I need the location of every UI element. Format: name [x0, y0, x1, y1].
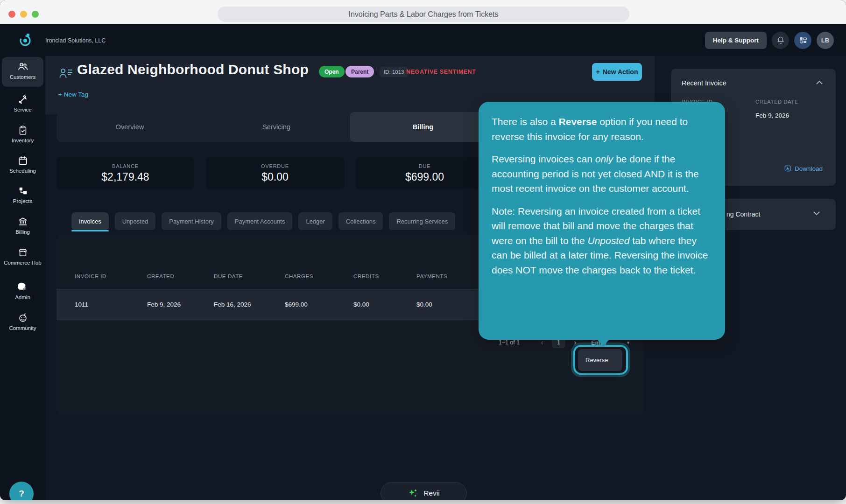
cell-credits: $0.00: [353, 301, 369, 308]
window-title: Invoicing Parts & Labor Charges from Tic…: [218, 7, 629, 22]
tooltip-arrow: [597, 339, 610, 346]
new-action-button[interactable]: + New Action: [592, 63, 642, 81]
sidebar-item-commerce-hub[interactable]: Commerce Hub: [2, 243, 43, 280]
sidebar-item-projects[interactable]: Projects: [2, 181, 43, 210]
balance-card: BALANCE $2,179.48: [56, 157, 194, 189]
cell-charges: $699.00: [285, 301, 308, 308]
sidebar-item-scheduling[interactable]: Scheduling: [2, 151, 43, 180]
walkthrough-tooltip: There is also a Reverse option if you ne…: [479, 102, 725, 340]
sidebar-item-label: Projects: [13, 198, 33, 204]
sidebar-item-label: Scheduling: [9, 168, 36, 174]
tab-servicing[interactable]: Servicing: [203, 112, 350, 142]
subtab-invoices[interactable]: Invoices: [71, 212, 109, 230]
sidebar-item-label: Customers: [10, 74, 36, 80]
billing-subtabs: Invoices Unposted Payment History Paymen…: [71, 212, 455, 230]
col-credits: CREDITS: [353, 273, 379, 279]
subtab-payment-history[interactable]: Payment History: [162, 212, 221, 230]
col-created: CREATED: [147, 273, 174, 279]
customer-contact-icon: [59, 67, 73, 79]
apps-menu-button[interactable]: [794, 32, 811, 49]
sentiment-label: NEGATIVE SENTIMENT: [406, 69, 476, 75]
cell-invoice-id[interactable]: 1011: [75, 301, 88, 308]
due-card: DUE $699.00: [356, 157, 494, 189]
sparkles-icon: [408, 488, 419, 499]
app-window: Invoicing Parts & Labor Charges from Tic…: [0, 0, 846, 500]
sidebar-item-billing[interactable]: Billing: [2, 212, 43, 241]
sidebar-item-label: Admin: [15, 294, 30, 300]
recent-invoice-title: Recent Invoice: [682, 79, 726, 87]
top-nav: Ironclad Solutions, LLC Help & Support L…: [0, 24, 846, 56]
download-icon: [784, 165, 791, 172]
cell-payments: $0.00: [416, 301, 432, 308]
contract-label: ng Contract: [726, 210, 760, 218]
cell-created: Feb 9, 2026: [147, 301, 181, 308]
sidebar-item-label: Community: [9, 325, 36, 331]
community-icon: [18, 313, 28, 323]
subtab-payment-accounts[interactable]: Payment Accounts: [227, 212, 293, 230]
sidebar-item-community[interactable]: Community: [2, 308, 43, 337]
users-icon: [17, 62, 28, 72]
tab-overview[interactable]: Overview: [56, 112, 203, 142]
subtab-unposted[interactable]: Unposted: [115, 212, 156, 230]
col-payments: PAYMENTS: [416, 273, 447, 279]
sidebar-item-admin[interactable]: Admin: [2, 277, 43, 306]
download-link[interactable]: Download: [784, 165, 823, 172]
sidebar-item-label: Inventory: [12, 138, 34, 143]
revii-assistant-button[interactable]: Revii: [381, 482, 467, 500]
subtab-ledger[interactable]: Ledger: [298, 212, 332, 230]
calendar-icon: [18, 155, 28, 166]
cell-due-date: Feb 16, 2026: [214, 301, 251, 308]
pagination-range: 1–1 of 1: [499, 339, 520, 346]
bank-icon: [18, 217, 28, 227]
col-charges: CHARGES: [285, 273, 313, 279]
new-tag-link[interactable]: + New Tag: [58, 91, 88, 98]
app-logo-icon: [18, 33, 33, 48]
subtab-recurring-services[interactable]: Recurring Services: [389, 212, 455, 230]
admin-icon: [18, 282, 28, 292]
chevron-down-icon[interactable]: ▾: [627, 340, 630, 346]
titlebar: Invoicing Parts & Labor Charges from Tic…: [0, 0, 846, 24]
page-title: Glazed Neighborhood Donut Shop: [77, 62, 309, 77]
sidebar-item-label: Commerce Hub: [4, 260, 42, 266]
status-badge: Open: [319, 66, 345, 77]
zoom-window-button[interactable]: [32, 11, 39, 18]
close-window-button[interactable]: [8, 11, 15, 18]
left-sidebar: Customers Service Inventory S: [0, 56, 45, 500]
chevron-up-icon[interactable]: [816, 80, 823, 84]
customer-id-badge: ID: 1013: [380, 67, 408, 77]
tooltip-body: There is also a Reverse option if you ne…: [492, 114, 712, 277]
col-invoice-id: INVOICE ID: [75, 273, 106, 279]
sidebar-item-label: Service: [14, 107, 31, 112]
user-avatar[interactable]: LB: [817, 32, 834, 49]
tools-icon: [18, 94, 28, 105]
sidebar-item-label: Billing: [15, 229, 30, 235]
chevron-down-icon[interactable]: [813, 211, 820, 216]
due-value: $699.00: [405, 171, 444, 183]
help-support-button[interactable]: Help & Support: [705, 32, 767, 49]
parent-badge: Parent: [345, 66, 374, 77]
minimize-window-button[interactable]: [20, 11, 27, 18]
created-date-value: Feb 9, 2026: [755, 112, 789, 119]
apps-grid-icon: [799, 36, 807, 44]
subtab-collections[interactable]: Collections: [338, 212, 383, 230]
overdue-card: OVERDUE $0.00: [206, 157, 344, 189]
storefront-icon: [18, 247, 28, 258]
company-name: Ironclad Solutions, LLC: [45, 37, 106, 44]
overdue-value: $0.00: [261, 171, 289, 183]
flow-icon: [18, 186, 28, 196]
clipboard-check-icon: [18, 125, 28, 135]
balance-value: $2,179.48: [101, 171, 149, 183]
menu-item-reverse[interactable]: Reverse: [578, 349, 622, 371]
col-due-date: DUE DATE: [214, 273, 243, 279]
created-date-label: CREATED DATE: [755, 99, 798, 105]
bell-icon: [776, 36, 785, 44]
tab-billing[interactable]: Billing: [350, 112, 496, 142]
sidebar-item-customers[interactable]: Customers: [2, 57, 43, 87]
plus-icon: +: [596, 68, 600, 76]
sidebar-item-service[interactable]: Service: [2, 90, 43, 119]
sidebar-item-inventory[interactable]: Inventory: [2, 120, 43, 149]
notifications-button[interactable]: [772, 32, 789, 49]
